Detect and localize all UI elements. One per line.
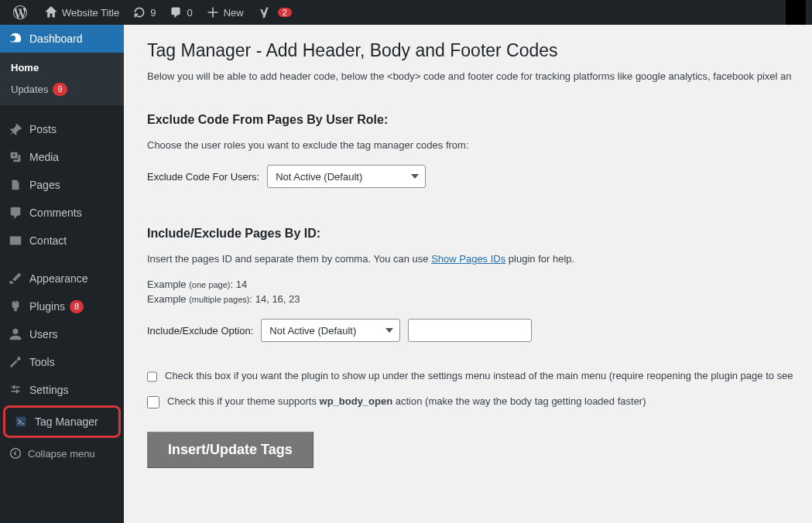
settings-menu-checkbox[interactable] [147, 371, 157, 383]
plugin-icon [8, 299, 23, 314]
user-icon [8, 326, 23, 342]
wp-body-open-checkbox[interactable] [147, 396, 159, 408]
media-icon [8, 149, 23, 165]
account-box[interactable] [786, 0, 806, 25]
dashboard-submenu: Home Updates 9 [0, 53, 124, 105]
pages-icon [8, 177, 23, 193]
plus-icon [205, 5, 221, 20]
example-multiple-pages: Example (multiple pages): 14, 16, 23 [147, 293, 789, 305]
menu-settings[interactable]: Settings [0, 376, 124, 404]
admin-bar: Website Title 9 0 New 2 [0, 0, 812, 25]
wrench-icon [8, 354, 23, 370]
main-content: Tag Manager - Add Header, Body and Foote… [124, 25, 812, 523]
comments-count: 0 [187, 7, 192, 19]
include-exclude-heading: Include/Exclude Pages By ID: [147, 227, 789, 241]
yoast-icon [256, 5, 272, 20]
dashboard-icon [8, 31, 23, 46]
mail-icon [8, 233, 23, 248]
yoast-badge: 2 [278, 8, 292, 17]
comments-menu[interactable]: 0 [162, 0, 198, 25]
site-title: Website Title [62, 7, 119, 19]
menu-label: Dashboard [29, 32, 83, 45]
home-icon [43, 5, 59, 20]
include-exclude-row: Include/Exclude Option: Not Active (Defa… [147, 319, 789, 342]
menu-media[interactable]: Media [0, 143, 124, 171]
tag-manager-icon [13, 414, 29, 429]
insert-update-tags-button[interactable]: Insert/Update Tags [147, 432, 313, 468]
update-icon [132, 5, 147, 20]
exclude-role-heading: Exclude Code From Pages By User Role: [147, 113, 789, 127]
yoast-menu[interactable]: 2 [250, 0, 298, 25]
svg-point-1 [11, 449, 21, 459]
menu-contact[interactable]: Contact [0, 227, 124, 255]
wp-body-open-checkbox-row: Check this if your theme supports wp_bod… [147, 395, 789, 408]
plugins-badge: 8 [70, 300, 84, 313]
menu-comments[interactable]: Comments [0, 199, 124, 227]
menu-pages[interactable]: Pages [0, 171, 124, 199]
collapse-menu[interactable]: Collapse menu [0, 439, 124, 467]
settings-menu-checkbox-row: Check this box if you want the plugin to… [147, 370, 789, 383]
pin-icon [8, 121, 23, 137]
brush-icon [8, 271, 23, 286]
include-exclude-desc: Insert the pages ID and separate them by… [147, 253, 789, 265]
show-pages-ids-link[interactable]: Show Pages IDs [431, 253, 505, 265]
comments-icon [8, 205, 23, 220]
exclude-role-desc: Choose the user roles you want to exclud… [147, 139, 789, 151]
wp-logo-menu[interactable] [6, 0, 37, 25]
page-title: Tag Manager - Add Header, Body and Foote… [147, 40, 789, 61]
updates-menu[interactable]: 9 [125, 0, 162, 25]
admin-sidebar: Dashboard Home Updates 9 Posts Media Pag… [0, 25, 124, 523]
settings-menu-checkbox-label: Check this box if you want the plugin to… [165, 370, 793, 381]
updates-badge: 9 [53, 83, 67, 96]
include-exclude-label: Include/Exclude Option: [147, 325, 253, 337]
menu-plugins[interactable]: Plugins 8 [0, 292, 124, 320]
comment-icon [168, 5, 183, 20]
menu-tools[interactable]: Tools [0, 348, 124, 376]
exclude-role-label: Exclude Code For Users: [147, 171, 259, 183]
menu-tag-manager[interactable]: Tag Manager [5, 408, 118, 436]
include-exclude-select[interactable]: Not Active (Default) [261, 319, 400, 342]
menu-users[interactable]: Users [0, 320, 124, 348]
new-content-menu[interactable]: New [199, 0, 250, 25]
site-name-menu[interactable]: Website Title [37, 0, 125, 25]
menu-tag-manager-highlight: Tag Manager [3, 405, 121, 438]
example-one-page: Example (one page): 14 [147, 279, 789, 290]
submenu-updates[interactable]: Updates 9 [0, 78, 124, 101]
submenu-home[interactable]: Home [0, 57, 124, 78]
exclude-role-select[interactable]: Not Active (Default) [267, 165, 426, 188]
settings-icon [8, 382, 23, 398]
menu-dashboard[interactable]: Dashboard [0, 25, 124, 53]
exclude-role-row: Exclude Code For Users: Not Active (Defa… [147, 165, 789, 188]
new-label: New [224, 7, 244, 19]
wp-body-open-checkbox-label: Check this if your theme supports wp_bod… [167, 395, 646, 407]
wordpress-icon [12, 5, 28, 20]
menu-posts[interactable]: Posts [0, 115, 124, 143]
collapse-icon [8, 446, 23, 461]
include-exclude-input[interactable] [408, 319, 532, 342]
page-description: Below you will be able to add header cod… [147, 70, 789, 82]
updates-count: 9 [150, 7, 156, 19]
menu-appearance[interactable]: Appearance [0, 265, 124, 292]
